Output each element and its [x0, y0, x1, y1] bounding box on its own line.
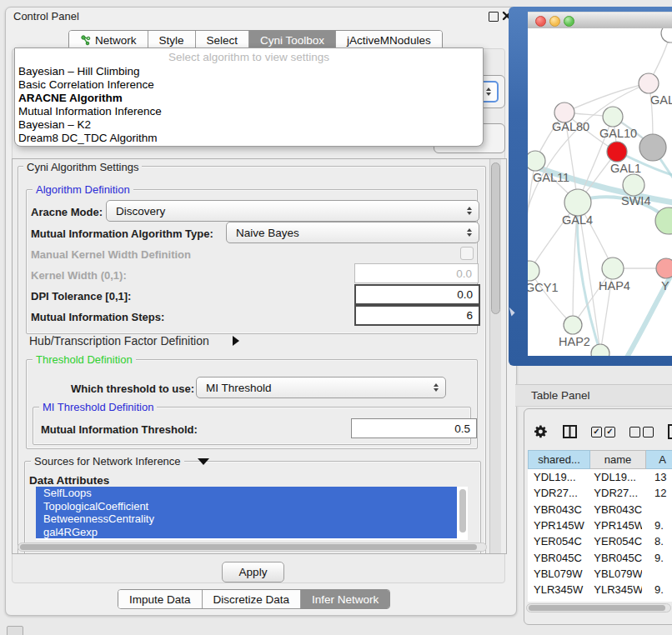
network-node[interactable] — [639, 73, 659, 93]
table-row[interactable]: YER054CYER054C8. — [528, 533, 672, 549]
collapse-sources-icon[interactable] — [198, 458, 209, 465]
attribute-list-item[interactable]: SelfLoops — [36, 487, 457, 500]
collapsed-panel-icon[interactable] — [7, 626, 23, 635]
attribute-list-item[interactable]: gal4RGexp — [36, 526, 457, 539]
network-node[interactable] — [528, 261, 539, 281]
combobox-arrows-icon — [460, 228, 479, 237]
network-node[interactable] — [661, 28, 672, 42]
aracne-mode-combobox[interactable]: Discovery — [106, 200, 479, 222]
table-cell: YDL19... — [588, 471, 642, 483]
expand-hub-icon[interactable] — [233, 336, 239, 346]
apply-button[interactable]: Apply — [222, 562, 284, 582]
network-node[interactable] — [623, 174, 644, 196]
horizontal-scrollbar-thumb[interactable] — [20, 544, 477, 550]
tab-discretize-data[interactable]: Discretize Data — [203, 590, 302, 608]
network-node[interactable] — [564, 316, 582, 334]
node-label: GAL10 — [599, 127, 637, 140]
table-row[interactable]: YPR145WYPR145W9. — [528, 518, 672, 533]
node-label: GAL1 — [610, 162, 641, 175]
dropdown-item[interactable]: Mutual Information Inference — [15, 105, 483, 118]
network-node[interactable] — [607, 142, 627, 162]
dropdown-item[interactable]: Bayesian – Hill Climbing — [15, 65, 483, 78]
dropdown-item[interactable]: Dream8 DC_TDC Algorithm — [15, 132, 483, 145]
attributes-scrollbar-thumb[interactable] — [459, 489, 466, 532]
attribute-list-item[interactable]: BetweennessCentrality — [36, 512, 457, 526]
tab-network[interactable]: Network — [69, 31, 148, 49]
dropdown-item[interactable]: Bayesian – K2 — [15, 118, 483, 132]
select-all-columns-icon[interactable]: ✓✓ — [591, 427, 615, 438]
float-window-icon[interactable] — [489, 12, 499, 22]
network-node[interactable] — [656, 258, 672, 278]
attribute-list-item[interactable]: TopologicalCoefficient — [36, 500, 457, 513]
table-row[interactable]: YBL079WYBL079W — [528, 566, 672, 582]
network-node[interactable] — [639, 134, 666, 161]
table-row[interactable]: YBR045CYBR045C9. — [528, 549, 672, 565]
network-node[interactable] — [528, 151, 545, 171]
tab-jactivemnodules[interactable]: jActiveMNodules — [336, 31, 442, 49]
control-panel-title: Control Panel — [13, 10, 79, 22]
table-cell: YBR045C — [588, 552, 642, 564]
table-cell: 9 — [642, 600, 672, 602]
column-header-shared...[interactable]: shared... — [528, 450, 590, 469]
deselect-all-columns-icon[interactable]: ✓✓ — [629, 427, 654, 438]
dropdown-item[interactable]: Basic Correlation Inference — [15, 78, 483, 92]
mi-algorithm-type-combobox[interactable]: Naive Bayes — [226, 222, 479, 243]
file-icon[interactable] — [668, 424, 672, 439]
mi-steps-field[interactable]: 6 — [354, 305, 480, 326]
network-window-titlebar[interactable] — [528, 12, 672, 29]
tab-style[interactable]: Style — [148, 31, 196, 49]
manual-kernel-checkbox[interactable] — [460, 247, 474, 260]
tab-label: Style — [159, 34, 184, 47]
table-row[interactable]: YLR345WYLR345W9. — [528, 582, 672, 598]
settings-scrollbar-thumb[interactable] — [491, 162, 500, 314]
mi-type-label: Mutual Information Algorithm Type: — [31, 228, 213, 240]
tab-cyni-toolbox[interactable]: Cyni Toolbox — [249, 31, 336, 49]
column-header-A[interactable]: A — [646, 450, 672, 469]
network-node[interactable] — [564, 189, 591, 216]
table-panel-title: Table Panel — [531, 389, 590, 402]
table-row[interactable]: YIL052CYIL052C9 — [528, 598, 672, 602]
tab-impute-data[interactable]: Impute Data — [118, 590, 203, 608]
table-horizontal-scrollbar[interactable] — [526, 603, 671, 612]
table-row[interactable]: YDR27...YDR27...12 — [528, 485, 672, 501]
network-node[interactable] — [591, 344, 609, 356]
table-scrollbar-thumb[interactable] — [529, 605, 665, 611]
table-row[interactable]: YDL19...YDL19...13 — [528, 469, 672, 485]
node-label: Y — [661, 279, 669, 292]
tab-select[interactable]: Select — [196, 31, 250, 49]
hub-definition-label: Hub/Transcription Factor Definition — [29, 334, 209, 348]
mi-threshold-field[interactable]: 0.5 — [351, 418, 477, 438]
network-canvas[interactable]: GALGAL80GAL10GAL1GAL11SWI4GAL4GCY1HAP4YH… — [528, 28, 672, 356]
tab-label: jActiveMNodules — [347, 34, 431, 47]
dropdown-item[interactable]: ARACNE Algorithm — [15, 92, 483, 105]
attributes-list-scrollbar[interactable] — [459, 487, 468, 540]
table-cell: YIL052C — [528, 600, 588, 602]
dpi-tolerance-field[interactable]: 0.0 — [354, 284, 480, 305]
table-cell: YLR345W — [588, 583, 642, 596]
table-cell: 9. — [642, 552, 672, 564]
network-node[interactable] — [603, 107, 623, 127]
split-view-icon[interactable] — [563, 425, 577, 438]
network-icon — [80, 35, 91, 46]
minimize-window-icon[interactable] — [549, 16, 560, 27]
settings-vertical-scrollbar[interactable] — [489, 159, 501, 553]
network-edge[interactable] — [564, 83, 649, 112]
zoom-window-icon[interactable] — [564, 16, 574, 27]
kernel-width-field[interactable]: 0.0 — [354, 263, 479, 283]
table-row[interactable]: YBR043CYBR043C — [528, 502, 672, 518]
manual-kernel-label: Manual Kernel Width Definition — [31, 248, 191, 261]
table-cell: YBR043C — [588, 503, 642, 516]
settings-horizontal-scrollbar[interactable] — [18, 542, 487, 552]
spinner-down-icon — [486, 92, 491, 96]
column-header-name[interactable]: name — [590, 450, 646, 469]
tab-infer-network[interactable]: Infer Network — [301, 590, 389, 608]
tab-label: Select — [207, 34, 238, 47]
table-cell: YPR145W — [528, 519, 588, 532]
tab-label: Network — [95, 34, 137, 47]
which-threshold-combobox[interactable]: MI Threshold — [196, 377, 446, 398]
table-cell: YER054C — [588, 535, 642, 548]
close-window-icon[interactable] — [535, 16, 546, 27]
gear-icon[interactable] — [534, 424, 549, 439]
network-node[interactable] — [602, 258, 624, 279]
data-attributes-list: SelfLoopsTopologicalCoefficientBetweenne… — [36, 487, 468, 540]
